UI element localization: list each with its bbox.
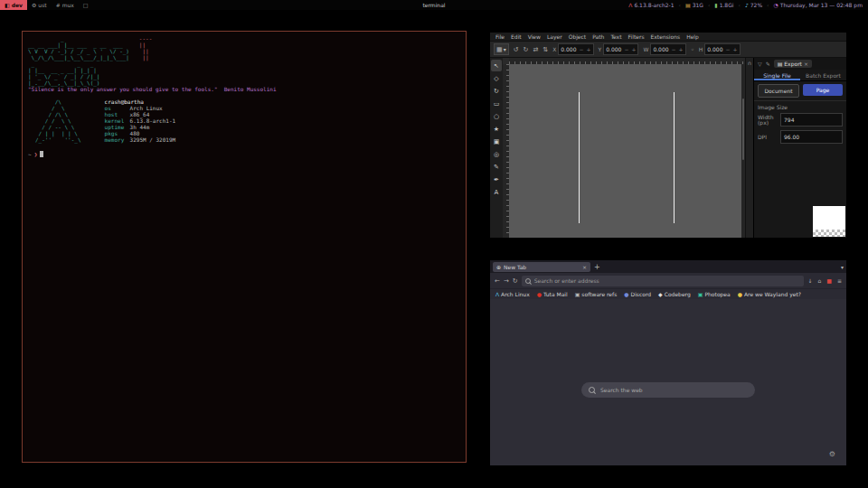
new-tab-button[interactable]: + — [594, 263, 600, 271]
plus-icon[interactable]: + — [679, 46, 684, 52]
datetime: Thursday, Mar 13 — 02:48 pm — [780, 2, 863, 8]
star-tool-icon[interactable]: ★ — [491, 123, 502, 135]
forward-button[interactable]: → — [504, 277, 509, 285]
selection-mode-dropdown[interactable]: ▦ ▾ — [494, 43, 509, 55]
menu-help[interactable]: Help — [686, 33, 699, 40]
w-value[interactable]: 0.000 — [653, 46, 668, 52]
status-bar: ◧ dev ⚙ ust # mux □ terminal Λ 6.13.8-ar… — [0, 0, 868, 10]
spiral-tool-icon[interactable]: ◎ — [491, 148, 502, 160]
width-spinner[interactable]: W 0.000−+ — [643, 43, 685, 55]
bookmark-favicon: Λ — [495, 291, 499, 297]
ascii-art-welcome: _ ---- __ __ ___| |__ ___ _ __ ___ || \ … — [28, 35, 466, 61]
grid-icon: # — [56, 2, 61, 8]
menu-extensions[interactable]: Extensions — [651, 33, 681, 40]
minus-icon[interactable]: − — [624, 46, 628, 52]
selector-tool-icon[interactable]: ↖ — [491, 60, 502, 71]
lock-ratio-icon[interactable]: ◦ — [691, 46, 694, 53]
rotate-cw-icon[interactable]: ↻ — [524, 46, 529, 53]
page-button[interactable]: Page — [803, 84, 843, 96]
page-border-left — [579, 92, 580, 223]
shape-builder-tool-icon[interactable]: ↻ — [491, 85, 502, 97]
export-dialog-tab[interactable]: ▤ Export × — [774, 60, 812, 68]
height-spinner[interactable]: H 0.000−+ — [699, 43, 741, 55]
width-field-row: Width (px) 794 — [754, 111, 846, 128]
flip-vertical-icon[interactable]: ⇅ — [542, 46, 548, 53]
menu-file[interactable]: File — [495, 33, 505, 40]
back-button[interactable]: ← — [495, 277, 500, 285]
objects-dialog-icon[interactable]: ✎ — [766, 61, 770, 67]
adblock-extension-icon[interactable]: ■ — [826, 277, 832, 284]
snap-icon[interactable]: ∩ — [748, 60, 751, 66]
h-label: H — [699, 46, 703, 52]
download-icon[interactable]: ↓ — [807, 277, 812, 284]
flip-horizontal-icon[interactable]: ⇄ — [533, 46, 538, 53]
workspace-tag-mux[interactable]: # mux — [52, 0, 79, 10]
document-button[interactable]: Document — [758, 84, 799, 98]
bookmark-are-we-wayland-yet[interactable]: ●Are we Wayland yet? — [738, 291, 801, 297]
reload-button[interactable]: ↻ — [513, 277, 518, 285]
arch-icon: Λ — [628, 2, 632, 8]
browser-tab-new-tab[interactable]: ⊕ New Tab × — [493, 262, 590, 272]
plus-icon[interactable]: + — [733, 46, 738, 52]
tab-single-file[interactable]: Single File — [754, 70, 800, 80]
plus-icon[interactable]: + — [586, 46, 590, 52]
fetch-row: memory3295M / 32019M — [105, 136, 176, 143]
arch-ascii-logo: /\ / \ / /\ \ / / \ \ / / -- \ \ / | | |… — [35, 99, 81, 143]
inkscape-canvas[interactable] — [509, 64, 745, 238]
shell-prompt[interactable]: ~ ❯ — [28, 151, 466, 157]
volume-level: 72% — [750, 2, 762, 8]
minus-icon[interactable]: − — [672, 46, 676, 52]
inkscape-menubar: File Edit View Layer Object Path Text Fi… — [490, 33, 846, 41]
x-coordinate-spinner[interactable]: X 0.000−+ — [552, 43, 593, 55]
text-tool-icon[interactable]: A — [491, 186, 502, 198]
workspace-tag-ust[interactable]: ⚙ ust — [27, 0, 52, 10]
w-label: W — [643, 46, 648, 52]
y-coordinate-spinner[interactable]: Y 0.000−+ — [599, 43, 639, 55]
home-icon[interactable]: ⌂ — [817, 277, 821, 284]
h-value[interactable]: 0.000 — [707, 46, 722, 52]
plus-icon[interactable]: + — [631, 46, 636, 52]
close-icon[interactable]: × — [804, 61, 808, 67]
width-input[interactable]: 794 — [780, 113, 843, 127]
menu-text[interactable]: Text — [610, 33, 621, 40]
menu-filters[interactable]: Filters — [628, 33, 645, 40]
workspace-tag-4[interactable]: □ — [79, 0, 93, 10]
bookmark-tuta-mail[interactable]: ●Tuta Mail — [537, 291, 568, 297]
menu-path[interactable]: Path — [592, 33, 604, 40]
tab-batch-export[interactable]: Batch Export — [800, 70, 846, 80]
menu-icon[interactable]: ≡ — [837, 277, 842, 284]
minus-icon[interactable]: − — [579, 46, 583, 52]
canvas-vertical-scrollbar[interactable] — [741, 64, 745, 238]
node-tool-icon[interactable]: ◇ — [491, 72, 502, 84]
bookmark-arch-linux[interactable]: ΛArch Linux — [495, 291, 530, 297]
ascii-art-line: \_/\_/\___|_\__\___/_|_|_\___| || — [28, 54, 466, 61]
url-bar[interactable]: Search or enter address — [522, 276, 805, 286]
minus-icon[interactable]: − — [725, 46, 730, 52]
bookmark-discord[interactable]: ●Discord — [624, 291, 651, 297]
box3d-tool-icon[interactable]: ▣ — [491, 136, 502, 147]
web-search-input[interactable]: Search the web — [581, 382, 755, 398]
rotate-ccw-icon[interactable]: ↺ — [514, 46, 519, 53]
bookmark-codeberg[interactable]: ◆Codeberg — [658, 291, 691, 297]
list-all-tabs-icon[interactable]: ▾ — [841, 264, 844, 270]
close-tab-icon[interactable]: × — [582, 264, 587, 270]
bookmark-photopea[interactable]: ▣Photopea — [698, 291, 731, 297]
pencil-tool-icon[interactable]: ✎ — [491, 161, 502, 173]
dpi-input[interactable]: 96.00 — [780, 130, 843, 144]
ellipse-tool-icon[interactable]: ○ — [491, 110, 502, 122]
workspace-tag-dev[interactable]: ◧ dev — [0, 0, 27, 10]
menu-view[interactable]: View — [528, 33, 541, 40]
export-target-buttons: Document Page — [754, 81, 846, 100]
rectangle-tool-icon[interactable]: ▭ — [491, 98, 502, 109]
menu-layer[interactable]: Layer — [547, 33, 562, 40]
menu-object[interactable]: Object — [569, 33, 587, 40]
x-value[interactable]: 0.000 — [561, 46, 576, 52]
pen-tool-icon[interactable]: ✒ — [491, 174, 502, 185]
y-value[interactable]: 0.000 — [606, 46, 621, 52]
menu-edit[interactable]: Edit — [511, 33, 522, 40]
personalize-gear-icon[interactable]: ⚙ — [829, 450, 835, 458]
bookmark-folder-software-refs[interactable]: ▣software refs — [575, 291, 618, 297]
fill-stroke-dialog-icon[interactable]: ▽ — [758, 61, 762, 67]
bookmark-favicon: ▣ — [698, 291, 703, 297]
terminal-window[interactable]: _ ---- __ __ ___| |__ ___ _ __ ___ || \ … — [22, 31, 467, 463]
